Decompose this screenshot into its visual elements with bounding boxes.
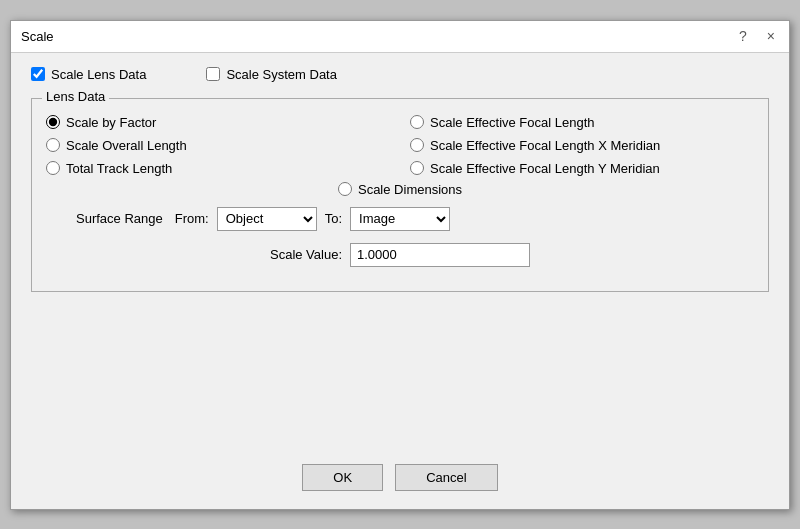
scale-lens-data-checkbox[interactable] [31,67,45,81]
radio-grid: Scale by Factor Scale Effective Focal Le… [46,115,754,176]
scale-dialog: Scale ? × Scale Lens Data Scale System D… [10,20,790,510]
radio-center-row: Scale Dimensions [46,182,754,197]
lens-data-legend: Lens Data [42,89,109,104]
dialog-content: Scale Lens Data Scale System Data Lens D… [11,53,789,454]
radio-scale-overall-length[interactable]: Scale Overall Length [46,138,390,153]
help-button[interactable]: ? [735,28,751,44]
scale-lens-data-label: Scale Lens Data [51,67,146,82]
surface-range-label: Surface Range [76,211,163,226]
radio-scale-efl[interactable]: Scale Effective Focal Length [410,115,754,130]
scale-system-data-checkbox[interactable] [206,67,220,81]
radio-scale-efl-y[interactable]: Scale Effective Focal Length Y Meridian [410,161,754,176]
dialog-title: Scale [21,29,54,44]
radio-scale-dimensions[interactable]: Scale Dimensions [338,182,462,197]
radio-scale-efl-x[interactable]: Scale Effective Focal Length X Meridian [410,138,754,153]
scale-value-input[interactable]: 1.0000 [350,243,530,267]
close-button[interactable]: × [763,28,779,44]
lens-data-group: Lens Data Scale by Factor Scale Effectiv… [31,98,769,292]
surface-range-row: Surface Range From: Object Surface 1 Sur… [46,207,754,231]
scale-lens-data-checkbox-label[interactable]: Scale Lens Data [31,67,146,82]
scale-system-data-checkbox-label[interactable]: Scale System Data [206,67,337,82]
scale-value-label: Scale Value: [270,247,342,262]
title-bar-controls: ? × [735,28,779,44]
from-label: From: [175,211,209,226]
to-select[interactable]: Image Surface 1 Surface 2 [350,207,450,231]
title-bar: Scale ? × [11,21,789,53]
from-select[interactable]: Object Surface 1 Surface 2 [217,207,317,231]
radio-scale-by-factor[interactable]: Scale by Factor [46,115,390,130]
to-label: To: [325,211,342,226]
ok-button[interactable]: OK [302,464,383,491]
dialog-footer: OK Cancel [11,454,789,509]
cancel-button[interactable]: Cancel [395,464,497,491]
top-checkboxes: Scale Lens Data Scale System Data [31,67,769,82]
radio-total-track-length[interactable]: Total Track Length [46,161,390,176]
scale-value-row: Scale Value: 1.0000 [46,243,754,267]
scale-system-data-label: Scale System Data [226,67,337,82]
